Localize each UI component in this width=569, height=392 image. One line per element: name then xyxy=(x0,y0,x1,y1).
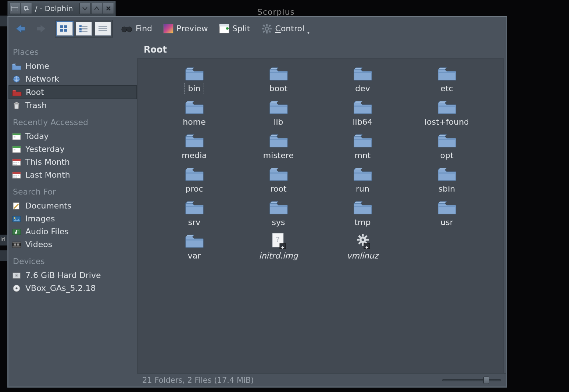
svg-rect-35 xyxy=(12,133,21,135)
file-item-run[interactable]: run xyxy=(321,166,405,193)
folder-icon xyxy=(353,166,373,182)
svg-rect-79 xyxy=(438,139,456,140)
file-item-label: bin xyxy=(186,84,203,93)
file-item-mnt[interactable]: mnt xyxy=(321,132,405,160)
svg-rect-48 xyxy=(12,172,21,174)
svg-rect-9 xyxy=(82,28,87,29)
svg-rect-42 xyxy=(13,162,15,163)
find-button[interactable]: Find xyxy=(118,21,155,37)
file-item-label: vmlinuz xyxy=(347,251,378,260)
svg-rect-86 xyxy=(354,206,372,207)
sidebar-item-documents[interactable]: Documents xyxy=(8,199,137,212)
sidebar-item-trash[interactable]: Trash xyxy=(8,99,137,112)
sidebar-item-videos[interactable]: Videos xyxy=(8,238,137,251)
control-button[interactable]: Control ▾ xyxy=(258,21,313,37)
file-item-etc[interactable]: etc xyxy=(405,65,489,93)
file-item-mistere[interactable]: mistere xyxy=(236,132,321,160)
file-item-sys[interactable]: sys xyxy=(236,199,321,227)
file-item-opt[interactable]: opt xyxy=(405,132,489,160)
svg-rect-59 xyxy=(12,242,21,243)
svg-rect-8 xyxy=(79,28,82,30)
file-item-lost-found[interactable]: lost+found xyxy=(405,99,489,126)
sidebar-item-label: 7.6 GiB Hard Drive xyxy=(25,271,101,280)
minimize-button[interactable] xyxy=(79,3,90,14)
compact-view-button[interactable] xyxy=(76,22,92,36)
svg-line-28 xyxy=(269,31,271,32)
split-button[interactable]: Split xyxy=(216,21,253,37)
icons-view-button[interactable] xyxy=(57,22,73,36)
preview-button[interactable]: Preview xyxy=(160,21,211,37)
file-item-boot[interactable]: boot xyxy=(236,65,321,93)
file-item-bin[interactable]: bin xyxy=(152,65,236,93)
svg-rect-3 xyxy=(64,25,67,28)
folder-icon xyxy=(437,199,457,215)
root-folder-icon xyxy=(12,88,22,97)
pin-icon[interactable] xyxy=(21,3,32,14)
sidebar-item-label: Root xyxy=(26,88,44,97)
icon-view[interactable]: binbootdevetchomeliblib64lost+foundmedia… xyxy=(137,58,504,373)
file-item-media[interactable]: media xyxy=(152,132,236,160)
sidebar-item-this-month[interactable]: This Month xyxy=(8,156,137,168)
svg-rect-43 xyxy=(15,162,17,163)
file-item-proc[interactable]: proc xyxy=(152,166,236,193)
close-button[interactable] xyxy=(103,3,114,14)
file-item-dev[interactable]: dev xyxy=(321,65,405,93)
file-item-var[interactable]: var xyxy=(152,233,236,260)
calendar-month-icon xyxy=(11,171,22,179)
sidebar-item-yesterday[interactable]: Yesterday xyxy=(8,143,137,156)
chevron-down-icon: ▾ xyxy=(307,30,309,37)
back-button[interactable] xyxy=(12,21,28,37)
folder-icon xyxy=(268,166,289,182)
sidebar-item-audio-files[interactable]: Audio Files xyxy=(8,225,137,238)
file-item-home[interactable]: home xyxy=(152,99,236,126)
file-item-label: mnt xyxy=(355,151,371,160)
sidebar-item-label: Home xyxy=(25,61,49,71)
details-view-button[interactable] xyxy=(95,22,111,36)
window-title: / - Dolphin xyxy=(33,4,79,13)
maximize-button[interactable] xyxy=(91,3,102,14)
zoom-slider[interactable] xyxy=(442,377,501,383)
sidebar-item-vbox-gas-5-2-18[interactable]: VBox_GAs_5.2.18 xyxy=(8,282,137,295)
file-item-label: var xyxy=(188,251,201,260)
file-item-label: lib xyxy=(273,117,283,126)
sidebar-item-label: Today xyxy=(25,132,49,141)
window-titlebar[interactable]: / - Dolphin xyxy=(7,1,116,16)
svg-rect-53 xyxy=(15,177,17,178)
svg-rect-77 xyxy=(270,139,287,140)
file-item-initrd-img[interactable]: ?initrd.img xyxy=(236,233,321,260)
svg-rect-49 xyxy=(13,175,15,176)
sidebar-item-images[interactable]: Images xyxy=(8,212,137,225)
file-item-lib64[interactable]: lib64 xyxy=(321,99,405,126)
file-item-root[interactable]: root xyxy=(236,166,321,193)
window-menu-icon[interactable] xyxy=(9,3,20,14)
file-item-usr[interactable]: usr xyxy=(405,199,489,227)
svg-rect-4 xyxy=(60,29,63,32)
main-pane: Root binbootdevetchomeliblib64lost+found… xyxy=(137,40,506,386)
sidebar-item-7-6-gib-hard-drive[interactable]: 7.6 GiB Hard Drive xyxy=(8,269,137,282)
svg-rect-39 xyxy=(14,149,15,150)
file-item-lib[interactable]: lib xyxy=(236,99,321,126)
file-item-label: lib64 xyxy=(353,117,372,126)
file-item-sbin[interactable]: sbin xyxy=(405,166,489,193)
svg-rect-50 xyxy=(15,175,17,176)
file-item-srv[interactable]: srv xyxy=(152,199,236,227)
file-item-vmlinuz[interactable]: vmlinuz xyxy=(321,233,405,260)
svg-rect-76 xyxy=(186,139,203,140)
sidebar-item-network[interactable]: Network xyxy=(8,72,137,85)
file-item-tmp[interactable]: tmp xyxy=(321,199,405,227)
file-item-label: media xyxy=(182,151,207,160)
sidebar-item-root[interactable]: Root xyxy=(8,85,137,99)
binoculars-icon xyxy=(121,24,133,33)
sidebar-item-today[interactable]: Today xyxy=(8,130,137,143)
forward-button[interactable] xyxy=(33,21,50,37)
svg-rect-45 xyxy=(13,164,15,165)
sidebar-item-last-month[interactable]: Last Month xyxy=(8,168,137,181)
svg-rect-70 xyxy=(354,72,372,73)
images-icon xyxy=(11,214,22,223)
svg-point-101 xyxy=(361,239,364,241)
sidebar-item-home[interactable]: Home xyxy=(8,60,137,72)
breadcrumb[interactable]: Root xyxy=(137,40,506,58)
optical-icon xyxy=(11,284,22,293)
control-label: Control xyxy=(275,24,305,33)
calendar-yesterday-icon xyxy=(11,145,22,154)
